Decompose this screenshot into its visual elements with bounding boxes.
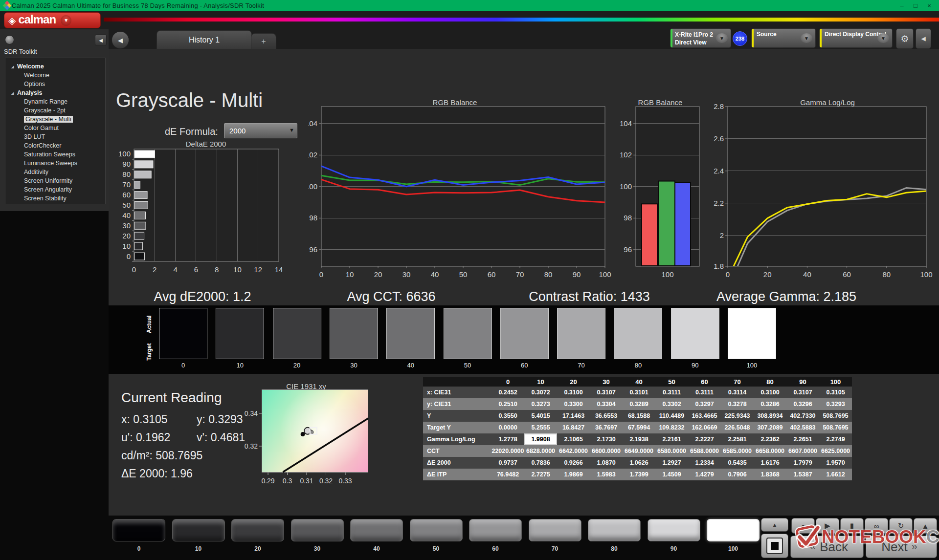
sidebar-status-orb[interactable] bbox=[5, 35, 14, 44]
level-key-90[interactable] bbox=[648, 519, 700, 541]
sidebar-item-spectral-power-dist-[interactable]: Spectral Power Dist. bbox=[5, 203, 105, 204]
table-cell[interactable]: 68.1588 bbox=[623, 410, 655, 422]
sidebar-item-screen-uniformity[interactable]: Screen Uniformity bbox=[5, 176, 105, 185]
tab-history-1[interactable]: History 1 bbox=[156, 30, 252, 49]
sidebar-item-welcome[interactable]: Welcome bbox=[5, 71, 105, 80]
table-cell[interactable]: 0.3289 bbox=[623, 398, 655, 410]
calman-menu-button[interactable]: ◈ calman ▼ bbox=[4, 12, 101, 28]
table-cell[interactable]: 109.8232 bbox=[655, 422, 688, 433]
table-cell[interactable]: 2.7275 bbox=[524, 469, 557, 480]
table-cell[interactable]: 0.3111 bbox=[655, 387, 688, 398]
table-cell[interactable]: 225.9343 bbox=[721, 410, 754, 422]
table-cell[interactable]: 6828.0000 bbox=[524, 445, 557, 457]
table-cell[interactable]: 17.1463 bbox=[557, 410, 590, 422]
table-cell[interactable]: 1.5983 bbox=[590, 469, 623, 480]
table-cell[interactable]: 163.4665 bbox=[688, 410, 721, 422]
back-button[interactable]: « Back bbox=[790, 536, 864, 558]
table-cell[interactable]: 1.4509 bbox=[655, 469, 688, 480]
table-cell[interactable]: 2.1938 bbox=[623, 433, 655, 445]
sidebar-collapse-button[interactable]: ◀ bbox=[95, 34, 107, 46]
table-cell[interactable]: 402.7330 bbox=[786, 410, 819, 422]
level-key-10[interactable] bbox=[172, 519, 225, 541]
sidebar-item-luminance-sweeps[interactable]: Luminance Sweeps bbox=[5, 159, 105, 168]
levels-button[interactable]: ▮ bbox=[840, 518, 864, 534]
table-cell[interactable]: 0.3111 bbox=[688, 387, 721, 398]
table-cell[interactable]: 6607.0000 bbox=[786, 445, 819, 457]
table-cell[interactable]: 307.2089 bbox=[754, 422, 786, 433]
table-cell[interactable]: 0.9737 bbox=[492, 457, 524, 469]
table-cell[interactable]: 1.9869 bbox=[557, 469, 590, 480]
table-cell[interactable]: 1.4279 bbox=[688, 469, 721, 480]
table-cell[interactable]: 0.3273 bbox=[524, 398, 557, 410]
minimize-button[interactable]: – bbox=[895, 2, 909, 9]
close-button[interactable]: × bbox=[922, 2, 936, 9]
table-cell[interactable]: 0.3107 bbox=[786, 387, 819, 398]
table-cell[interactable]: 2.1065 bbox=[557, 433, 590, 445]
table-cell[interactable]: 2.2227 bbox=[688, 433, 721, 445]
table-cell[interactable]: 67.5994 bbox=[623, 422, 655, 433]
table-cell[interactable]: 0.9266 bbox=[557, 457, 590, 469]
table-cell[interactable]: 0.3293 bbox=[819, 398, 852, 410]
table-cell[interactable]: 5.4015 bbox=[524, 410, 557, 422]
sidebar-item-grayscale-2pt[interactable]: Grayscale - 2pt bbox=[5, 106, 105, 115]
sidebar-item-additivity[interactable]: Additivity bbox=[5, 168, 105, 176]
stop-button[interactable] bbox=[761, 534, 788, 558]
sidebar-item-dynamic-range[interactable]: Dynamic Range bbox=[5, 97, 105, 106]
table-cell[interactable]: 226.5048 bbox=[721, 422, 754, 433]
table-cell[interactable]: 22020.0000 bbox=[492, 445, 524, 457]
table-cell[interactable]: 1.2334 bbox=[688, 457, 721, 469]
table-cell[interactable]: 110.4489 bbox=[655, 410, 688, 422]
sidebar-item-3d-lut[interactable]: 3D LUT bbox=[5, 132, 105, 141]
meter-count-badge[interactable]: 238 bbox=[733, 31, 747, 46]
table-cell[interactable]: 508.7695 bbox=[819, 422, 852, 433]
table-cell[interactable]: 1.9908 bbox=[524, 433, 557, 445]
table-cell[interactable]: 2.2749 bbox=[819, 433, 852, 445]
level-key-0[interactable] bbox=[112, 519, 165, 541]
table-cell[interactable]: 2.2581 bbox=[721, 433, 754, 445]
display-control-dropdown[interactable]: Direct Display Control ▼ bbox=[819, 28, 893, 48]
level-key-50[interactable] bbox=[410, 519, 463, 541]
table-cell[interactable]: 0.3550 bbox=[492, 410, 524, 422]
tab-scroll-left-button[interactable]: ◀ bbox=[112, 31, 129, 49]
table-cell[interactable]: 402.5883 bbox=[786, 422, 819, 433]
table-cell[interactable]: 308.8934 bbox=[754, 410, 786, 422]
refresh-button[interactable]: ↻ bbox=[889, 518, 913, 534]
record-button[interactable]: ● bbox=[791, 518, 815, 534]
table-cell[interactable]: 1.0626 bbox=[623, 457, 655, 469]
table-cell[interactable]: 6625.0000 bbox=[819, 445, 852, 457]
table-cell[interactable]: 6580.0000 bbox=[655, 445, 688, 457]
level-key-70[interactable] bbox=[529, 519, 581, 541]
table-cell[interactable]: 0.2452 bbox=[492, 387, 524, 398]
table-cell[interactable]: 0.0000 bbox=[492, 422, 524, 433]
sidebar-item-saturation-sweeps[interactable]: Saturation Sweeps bbox=[5, 150, 105, 159]
table-cell[interactable]: 1.9570 bbox=[819, 457, 852, 469]
table-cell[interactable]: 6649.0000 bbox=[623, 445, 655, 457]
table-cell[interactable]: 1.2778 bbox=[492, 433, 524, 445]
table-cell[interactable]: 1.5387 bbox=[786, 469, 819, 480]
collapse-panel-button[interactable]: ◀ bbox=[916, 28, 931, 49]
table-cell[interactable]: 1.7979 bbox=[786, 457, 819, 469]
eject-button[interactable]: ▲ bbox=[761, 518, 788, 532]
table-cell[interactable]: 0.3100 bbox=[557, 387, 590, 398]
sidebar-item-screen-angularity[interactable]: Screen Angularity bbox=[5, 185, 105, 194]
meter-dropdown[interactable]: X-Rite i1Pro 2 Direct View ▼ bbox=[670, 28, 731, 48]
tree-group-welcome[interactable]: ◢Welcome bbox=[5, 62, 105, 71]
table-cell[interactable]: 0.3107 bbox=[590, 387, 623, 398]
table-cell[interactable]: 162.0669 bbox=[688, 422, 721, 433]
table-cell[interactable]: 0.3304 bbox=[590, 398, 623, 410]
table-cell[interactable]: 2.2651 bbox=[786, 433, 819, 445]
loop-button[interactable]: ∞ bbox=[865, 518, 888, 534]
settings-button[interactable]: ⚙ bbox=[896, 28, 914, 49]
tree-group-analysis[interactable]: ◢Analysis bbox=[5, 88, 105, 97]
table-cell[interactable]: 0.2510 bbox=[492, 398, 524, 410]
table-cell[interactable]: 0.3278 bbox=[721, 398, 754, 410]
table-cell[interactable]: 0.5435 bbox=[721, 457, 754, 469]
level-key-20[interactable] bbox=[231, 519, 284, 541]
table-cell[interactable]: 1.8368 bbox=[754, 469, 786, 480]
table-cell[interactable]: 2.1730 bbox=[590, 433, 623, 445]
level-key-100[interactable] bbox=[707, 519, 760, 541]
table-cell[interactable]: 5.2555 bbox=[524, 422, 557, 433]
table-cell[interactable]: 36.6553 bbox=[590, 410, 623, 422]
table-cell[interactable]: 1.6176 bbox=[754, 457, 786, 469]
table-cell[interactable]: 2.2362 bbox=[754, 433, 786, 445]
